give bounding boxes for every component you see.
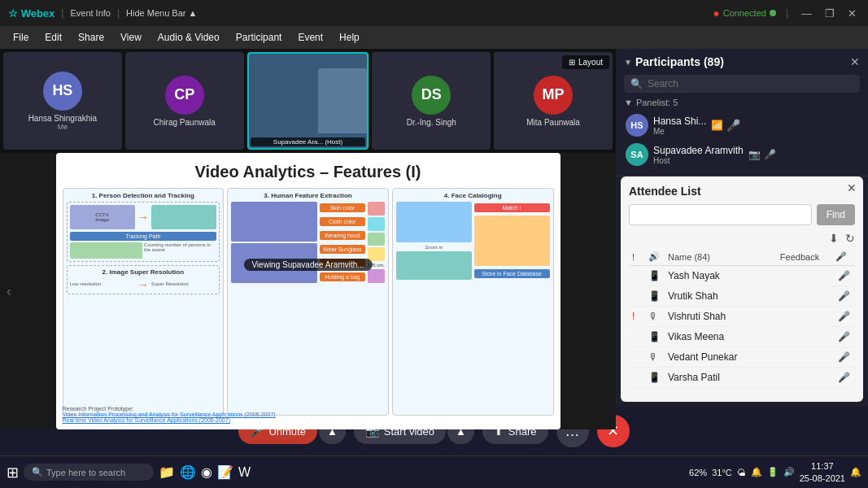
attendee-actions: ⬇ ↻ bbox=[629, 232, 855, 245]
battery-pct: 62% bbox=[689, 468, 707, 477]
hide-menu-btn[interactable]: Hide Menu Bar ▲ bbox=[126, 8, 197, 18]
participants-search-input[interactable] bbox=[648, 78, 853, 89]
title-bar: ☆ Webex | Event Info | Hide Menu Bar ▲ ●… bbox=[0, 0, 868, 26]
chevron-icon: ▼ bbox=[624, 58, 632, 67]
avatar-mita: MP bbox=[534, 76, 573, 115]
alert-vishruti: ! bbox=[632, 311, 645, 322]
menu-audio-video[interactable]: Audio & Video bbox=[151, 28, 226, 46]
feature-img5 bbox=[368, 269, 385, 283]
menu-view[interactable]: View bbox=[114, 28, 148, 46]
clock: 11:37 25-08-2021 bbox=[800, 460, 845, 484]
menu-participant[interactable]: Participant bbox=[229, 28, 289, 46]
store-label: Store in Face Database bbox=[474, 269, 550, 278]
app-name-label: Webex bbox=[21, 7, 55, 20]
audio-vikas: 📱 bbox=[648, 331, 665, 342]
attendee-table-header: ! 🔊 Name (84) Feedback 🎤 bbox=[629, 248, 855, 266]
find-button[interactable]: Find bbox=[817, 204, 855, 225]
footer-line3: Real time Video Analysis for Surveillanc… bbox=[63, 417, 276, 423]
attendee-row-vishruti: ! 🎙 Vishruti Shah 🎤 bbox=[629, 307, 855, 327]
audio-vishruti: 🎙 bbox=[648, 311, 665, 322]
human-img1 bbox=[231, 202, 317, 242]
close-btn[interactable]: ✕ bbox=[844, 7, 860, 20]
feature-hood: Wearing hood bbox=[320, 231, 364, 240]
minimize-btn[interactable]: — bbox=[798, 7, 815, 20]
mic-vedant: 🎤 bbox=[835, 351, 852, 363]
taskbar-icon-browser2[interactable]: ◉ bbox=[201, 464, 212, 480]
menu-help[interactable]: Help bbox=[333, 28, 366, 46]
panelist-avatar-supavadee: SA bbox=[626, 143, 648, 166]
attendee-row-vrutik: 📱 Vrutik Shah 🎤 bbox=[629, 286, 855, 307]
tracking-label: Tracking Path bbox=[70, 232, 217, 241]
section3-title: 3. Human Feature Extraction bbox=[231, 192, 385, 199]
name-vedant: Vedant Punekar bbox=[668, 351, 764, 363]
search-icon: 🔍 bbox=[630, 78, 643, 89]
title-bar-left: ☆ Webex | Event Info | Hide Menu Bar ▲ bbox=[8, 7, 197, 20]
attendee-row-vikas: 📱 Vikas Meena 🎤 bbox=[629, 327, 855, 347]
panelist-name-supavadee: Supavadee Aramvith bbox=[653, 145, 744, 156]
thumb-supavadee: Supavadee Ara... (Host) bbox=[247, 52, 369, 150]
mute-icon-hansa: 🎤 bbox=[726, 119, 740, 132]
weather-icon: 🌤 bbox=[737, 468, 746, 477]
prev-arrow[interactable]: ‹ bbox=[7, 283, 11, 300]
thumb-chirag: CP Chirag Paunwala bbox=[125, 52, 244, 150]
battery-icon: 🔋 bbox=[767, 467, 779, 477]
taskbar-right: 62% 31°C 🌤 🔔 🔋 🔊 11:37 25-08-2021 🔔 bbox=[689, 460, 861, 484]
webex-logo: ☆ Webex bbox=[8, 7, 55, 20]
notification-icon: 🔔 bbox=[751, 467, 762, 477]
taskbar-search[interactable]: 🔍 Type here to search bbox=[24, 464, 154, 481]
time-label: 11:37 bbox=[800, 460, 845, 472]
panelist-section-label: ▼ Panelist: 5 bbox=[624, 98, 860, 107]
feature-img3 bbox=[368, 233, 385, 246]
arrow1: → bbox=[137, 211, 149, 224]
thumbnails-row: HS Hansa Shingrakhia Me CP Chirag Paunwa… bbox=[0, 49, 616, 153]
audio-vrutik: 📱 bbox=[648, 290, 665, 302]
menu-edit[interactable]: Edit bbox=[38, 28, 68, 46]
audio-varsha: 📱 bbox=[648, 372, 665, 383]
start-button[interactable]: ⊞ bbox=[7, 464, 19, 481]
panelist-avatar-hansa: HS bbox=[626, 114, 648, 137]
mic-vishruti: 🎤 bbox=[835, 311, 852, 322]
footer-line2: Video Information Processing and Analysi… bbox=[63, 412, 276, 417]
face-db bbox=[474, 216, 550, 266]
face-img2 bbox=[396, 251, 472, 280]
taskbar-search-icon: 🔍 bbox=[32, 467, 43, 477]
menu-event[interactable]: Event bbox=[291, 28, 329, 46]
taskbar-icon-browser1[interactable]: 🌐 bbox=[180, 464, 196, 480]
menu-file[interactable]: File bbox=[7, 28, 35, 46]
panelist-icons-supavadee: 📷 🎤 bbox=[748, 149, 776, 160]
download-icon[interactable]: ⬇ bbox=[829, 232, 839, 245]
name-vishruti: Vishruti Shah bbox=[668, 311, 764, 322]
participants-close-btn[interactable]: ✕ bbox=[850, 55, 860, 68]
overlay-close-btn[interactable]: ✕ bbox=[847, 181, 857, 194]
right-panel: ▼ Participants (89) ✕ 🔍 ▼ Panelist: 5 HS… bbox=[616, 49, 868, 407]
panelist-hansa: HS Hansa Shi... Me 📶 🎤 bbox=[624, 111, 860, 140]
mic-yash: 🎤 bbox=[835, 270, 852, 281]
section1-box: CCTVImage → Tracking Path Counting numbe… bbox=[67, 202, 220, 262]
layout-btn[interactable]: ⊞ Layout bbox=[562, 55, 609, 69]
date-label: 25-08-2021 bbox=[800, 473, 845, 484]
taskbar-icon-word[interactable]: W bbox=[238, 465, 251, 480]
attendee-search-input[interactable] bbox=[629, 204, 812, 225]
thumb-name-chirag: Chirag Paunwala bbox=[154, 118, 216, 127]
slide-section-3: 3. Human Feature Extraction Skin color C… bbox=[227, 188, 389, 416]
event-info-btn[interactable]: Event Info bbox=[70, 8, 111, 18]
slide-title: Video Analytics – Features (I) bbox=[56, 153, 560, 188]
restore-btn[interactable]: ❐ bbox=[822, 7, 838, 20]
signal-icon-hansa: 📶 bbox=[711, 120, 723, 131]
refresh-icon[interactable]: ↻ bbox=[845, 232, 855, 245]
feature-skin: Skin color bbox=[320, 203, 364, 212]
taskbar-icon-files[interactable]: 📁 bbox=[159, 464, 175, 480]
slide-area: ‹ Video Analytics – Features (I) 1. Pers… bbox=[0, 153, 616, 429]
taskbar-icon-docs[interactable]: 📝 bbox=[217, 464, 233, 480]
feature-img2 bbox=[368, 217, 385, 231]
audio-yash: 📱 bbox=[648, 270, 665, 281]
connected-badge: ● Connected bbox=[713, 7, 776, 20]
main-layout: HS Hansa Shingrakhia Me CP Chirag Paunwa… bbox=[0, 49, 868, 407]
name-yash: Yash Nayak bbox=[668, 270, 764, 281]
video-area: HS Hansa Shingrakhia Me CP Chirag Paunwa… bbox=[0, 49, 616, 407]
mic-vikas: 🎤 bbox=[835, 331, 852, 342]
menu-bar: File Edit Share View Audio & Video Parti… bbox=[0, 26, 868, 49]
menu-share[interactable]: Share bbox=[72, 28, 111, 46]
face-match: Match ! bbox=[474, 203, 550, 212]
notifications-bell[interactable]: 🔔 bbox=[850, 467, 861, 477]
